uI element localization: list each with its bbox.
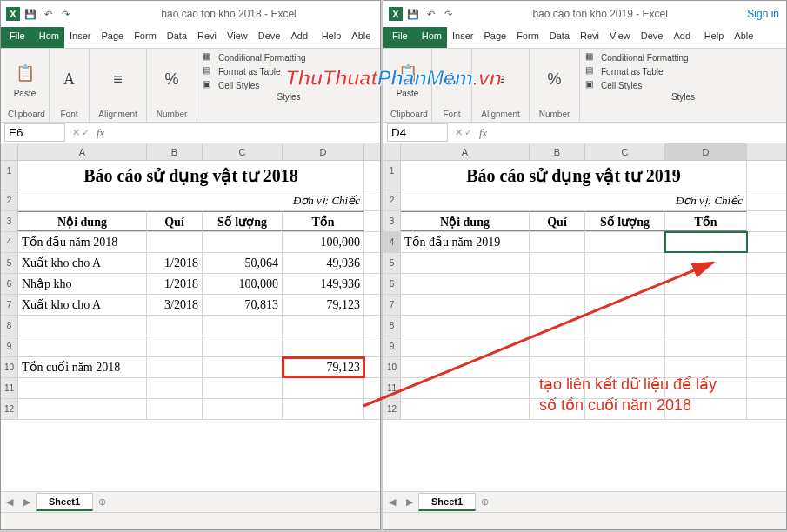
- col-C[interactable]: C: [203, 143, 283, 160]
- cell-C4[interactable]: [203, 232, 283, 252]
- menu-view[interactable]: View: [604, 27, 636, 48]
- grid[interactable]: A B C D 1Báo cáo sử dụng vật tư 20182Đơn…: [1, 143, 380, 491]
- row-head[interactable]: 2: [383, 190, 401, 210]
- cell-C7[interactable]: [585, 295, 665, 315]
- format-as-table[interactable]: ▤Format as Table: [203, 64, 375, 78]
- sheet-tab[interactable]: Sheet1: [36, 493, 93, 511]
- row-head[interactable]: 12: [383, 399, 401, 419]
- cell-C10[interactable]: [585, 357, 665, 377]
- menu-add-[interactable]: Add-: [668, 27, 698, 48]
- cell-D9[interactable]: [665, 336, 747, 356]
- cell-B4[interactable]: [147, 232, 203, 252]
- row-head[interactable]: 4: [383, 232, 401, 252]
- row-head[interactable]: 10: [1, 357, 18, 377]
- select-all-corner[interactable]: [383, 143, 401, 160]
- row-head[interactable]: 3: [383, 211, 401, 231]
- cell-B9[interactable]: [147, 336, 203, 356]
- cell-A9[interactable]: [18, 336, 147, 356]
- cell-D5[interactable]: 49,936: [283, 253, 364, 273]
- col-D[interactable]: D: [283, 143, 364, 160]
- cell-styles[interactable]: ▣Cell Styles: [203, 78, 375, 92]
- next-sheet-icon[interactable]: ▶: [18, 496, 36, 508]
- hdr-c[interactable]: Số lượng: [203, 211, 283, 231]
- cell-D8[interactable]: [665, 316, 747, 336]
- menu-page[interactable]: Page: [478, 27, 511, 48]
- col-D[interactable]: D: [665, 143, 747, 160]
- save-icon[interactable]: 💾: [406, 7, 420, 21]
- paste-icon[interactable]: 📋: [397, 61, 419, 85]
- add-sheet-icon[interactable]: ⊕: [93, 496, 110, 508]
- col-A[interactable]: A: [18, 143, 147, 160]
- menu-help[interactable]: Help: [699, 27, 730, 48]
- prev-sheet-icon[interactable]: ◀: [1, 496, 18, 508]
- row-head[interactable]: 12: [1, 399, 18, 419]
- undo-icon[interactable]: ↶: [424, 7, 437, 21]
- row-head[interactable]: 7: [383, 295, 401, 315]
- cell-C5[interactable]: [585, 253, 665, 273]
- cell-C6[interactable]: [585, 274, 665, 294]
- paste-icon[interactable]: 📋: [14, 61, 37, 85]
- alignment-icon[interactable]: ≡: [107, 68, 130, 92]
- hdr-c[interactable]: Số lượng: [585, 211, 665, 231]
- next-sheet-icon[interactable]: ▶: [401, 496, 418, 508]
- cell-D4[interactable]: 100,000: [283, 232, 364, 252]
- cell-D11[interactable]: [283, 378, 364, 398]
- cell-B8[interactable]: [530, 316, 585, 336]
- fx-label[interactable]: fx: [93, 126, 108, 140]
- menu-able[interactable]: Able: [346, 27, 376, 48]
- fx-label[interactable]: fx: [476, 126, 490, 140]
- cancel-icon[interactable]: ✕: [455, 127, 463, 138]
- cell-D7[interactable]: [665, 295, 747, 315]
- cell-A12[interactable]: [401, 399, 530, 419]
- cell-D11[interactable]: [665, 378, 747, 398]
- cell-C12[interactable]: [585, 399, 665, 419]
- row-head[interactable]: 6: [1, 274, 18, 294]
- col-A[interactable]: A: [401, 143, 530, 160]
- row-head[interactable]: 1: [383, 161, 401, 190]
- hdr-d[interactable]: Tồn: [283, 211, 364, 231]
- menu-form[interactable]: Form: [511, 27, 544, 48]
- font-icon[interactable]: A: [58, 68, 81, 92]
- title-cell[interactable]: Báo cáo sử dụng vật tư 2018: [18, 161, 364, 190]
- cell-B7[interactable]: [530, 295, 585, 315]
- col-B[interactable]: B: [147, 143, 203, 160]
- row-head[interactable]: 6: [383, 274, 401, 294]
- cell-A10[interactable]: Tồn cuối năm 2018: [18, 357, 147, 377]
- cell-D6[interactable]: [665, 274, 747, 294]
- row-head[interactable]: 10: [383, 357, 401, 377]
- cell-A4[interactable]: Tồn đầu năm 2018: [18, 232, 147, 252]
- cell-B4[interactable]: [530, 232, 585, 252]
- menu-hom[interactable]: Hom: [417, 27, 447, 48]
- name-box[interactable]: [387, 123, 448, 142]
- menu-page[interactable]: Page: [96, 27, 129, 48]
- hdr-d[interactable]: Tồn: [665, 211, 747, 231]
- menu-inser[interactable]: Inser: [447, 27, 478, 48]
- cell-C12[interactable]: [203, 399, 283, 419]
- cell-C9[interactable]: [585, 336, 665, 356]
- row-head[interactable]: 9: [1, 336, 18, 356]
- cell-B6[interactable]: 1/2018: [147, 274, 203, 294]
- prev-sheet-icon[interactable]: ◀: [383, 496, 401, 508]
- undo-icon[interactable]: ↶: [41, 7, 55, 21]
- cell-C5[interactable]: 50,064: [203, 253, 283, 273]
- row-head[interactable]: 3: [1, 211, 18, 231]
- cell-A10[interactable]: [401, 357, 530, 377]
- cell-C11[interactable]: [585, 378, 665, 398]
- font-icon[interactable]: A: [441, 68, 464, 92]
- alignment-icon[interactable]: ≡: [490, 68, 512, 92]
- select-all-corner[interactable]: [1, 143, 18, 160]
- cell-B10[interactable]: [530, 357, 585, 377]
- sheet-tab[interactable]: Sheet1: [418, 493, 476, 511]
- row-head[interactable]: 5: [1, 253, 18, 273]
- cell-C10[interactable]: [203, 357, 283, 377]
- cell-styles[interactable]: ▣Cell Styles: [585, 78, 781, 92]
- cell-B7[interactable]: 3/2018: [147, 295, 203, 315]
- menu-file[interactable]: File: [383, 27, 417, 48]
- row-head[interactable]: 8: [1, 316, 18, 336]
- name-box[interactable]: [4, 123, 65, 142]
- cell-D10[interactable]: [665, 357, 747, 377]
- sign-in-link[interactable]: Sign in: [740, 8, 786, 20]
- menu-view[interactable]: View: [222, 27, 253, 48]
- menu-inser[interactable]: Inser: [64, 27, 96, 48]
- col-C[interactable]: C: [585, 143, 665, 160]
